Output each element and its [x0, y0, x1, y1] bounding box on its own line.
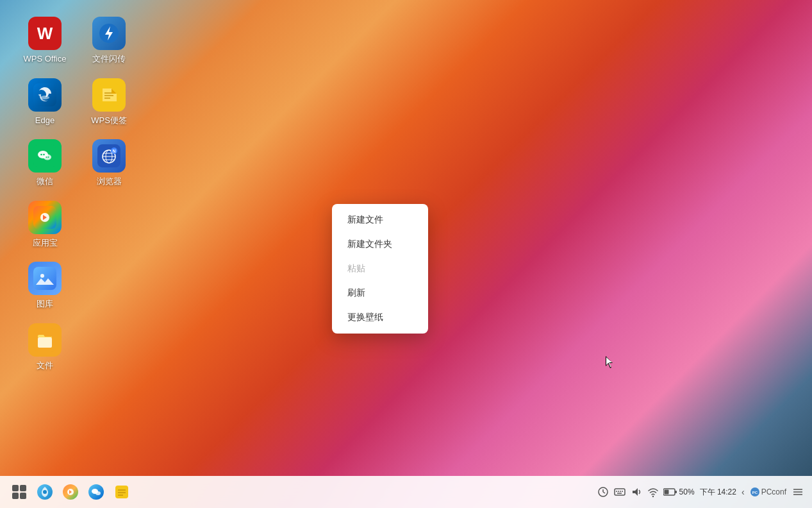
gallery-label: 图库	[37, 299, 53, 309]
taskbar-wifi-icon[interactable]	[647, 486, 659, 498]
context-menu-new-file[interactable]: 新建文件	[332, 208, 428, 232]
svg-point-11	[43, 154, 45, 156]
svg-rect-15	[97, 144, 120, 167]
edge-icon	[28, 78, 62, 112]
battery-icon	[663, 487, 677, 496]
files-icon	[28, 323, 62, 357]
file-flash-icon	[92, 17, 126, 50]
taskbar-menu-icon[interactable]	[791, 486, 804, 498]
taskbar-appstore-svg	[62, 483, 79, 501]
file-flash-label: 文件闪传	[92, 54, 126, 64]
flash-svg	[98, 22, 120, 44]
wps-sticky-label: WPS便签	[91, 115, 127, 126]
taskbar-alarm-icon[interactable]	[597, 486, 609, 498]
brand-label: PCconf	[761, 487, 786, 496]
taskbar-launcher[interactable]	[8, 480, 31, 504]
taskbar-arrow-left[interactable]: ‹	[742, 487, 745, 497]
gallery-svg	[33, 267, 56, 290]
wechat-icon	[28, 139, 62, 173]
taskbar-battery-block[interactable]: 50%	[663, 487, 695, 496]
taskbar-notes[interactable]	[110, 480, 133, 504]
taskbar-volume-icon[interactable]	[630, 486, 643, 498]
wps-office-label: WPS Office	[24, 54, 67, 64]
svg-text:PC: PC	[752, 491, 758, 495]
context-menu-paste[interactable]: 粘贴	[332, 257, 428, 281]
wps-office-icon: W	[28, 17, 62, 50]
icon-row-3: 应用宝	[19, 197, 135, 252]
svg-point-3	[40, 96, 49, 99]
files-label: 文件	[37, 360, 53, 371]
notes-svg	[113, 483, 131, 501]
desktop-icon-gallery[interactable]: 图库	[19, 258, 70, 313]
svg-point-13	[46, 157, 47, 158]
icon-row-0: W WPS Office 文件闪传	[19, 13, 135, 68]
wps-sticky-icon	[92, 78, 126, 112]
svg-line-46	[603, 492, 605, 493]
taskbar-right: 50% 下午 14:22 ‹ PC PCconf	[597, 486, 804, 498]
desktop-icon-edge[interactable]: Edge	[19, 74, 70, 130]
desktop-icon-appstore[interactable]: 应用宝	[19, 197, 70, 252]
svg-rect-55	[664, 490, 668, 495]
desktop-icon-browser[interactable]: N 浏览器	[83, 135, 135, 190]
taskbar-time-block[interactable]: 下午 14:22	[700, 487, 736, 496]
svg-point-34	[43, 490, 47, 494]
svg-rect-25	[33, 267, 56, 290]
desktop-icon-files[interactable]: 文件	[19, 319, 70, 375]
svg-point-26	[40, 274, 44, 278]
svg-rect-32	[20, 493, 26, 499]
desktop-icon-wechat[interactable]: 微信	[19, 135, 70, 190]
wechat-svg	[33, 144, 56, 167]
gallery-icon	[28, 262, 62, 295]
svg-point-53	[652, 496, 653, 497]
icon-row-1: Edge WPS便签	[19, 74, 135, 130]
icon-row-2: 微信 N 浏览器	[19, 135, 135, 190]
appstore-svg	[33, 206, 56, 229]
taskbar-keyboard-icon[interactable]	[613, 486, 626, 498]
launcher-svg	[11, 484, 28, 500]
edge-svg	[33, 83, 56, 106]
taskbar-left	[8, 480, 133, 504]
desktop-icons-container: W WPS Office 文件闪传	[19, 13, 135, 375]
files-svg	[33, 328, 56, 351]
context-menu: 新建文件 新建文件夹 粘贴 刷新 更换壁纸	[332, 204, 428, 334]
taskbar-time: 下午 14:22	[700, 487, 736, 496]
appstore-label: 应用宝	[33, 238, 58, 248]
icon-row-5: 文件	[19, 319, 135, 375]
svg-rect-40	[115, 486, 128, 498]
svg-rect-47	[615, 489, 625, 495]
context-menu-change-wallpaper[interactable]: 更换壁纸	[332, 305, 428, 330]
svg-rect-29	[12, 485, 19, 491]
wechat-label: 微信	[37, 176, 53, 187]
home-svg	[36, 483, 54, 501]
desktop-icon-file-flash[interactable]: 文件闪传	[83, 13, 135, 68]
appstore-icon	[28, 201, 62, 234]
taskbar-home[interactable]	[33, 480, 56, 504]
svg-rect-31	[12, 493, 19, 499]
svg-point-39	[95, 491, 101, 495]
context-menu-refresh[interactable]: 刷新	[332, 281, 428, 305]
taskbar-appstore[interactable]	[59, 480, 82, 504]
taskbar-chat[interactable]	[85, 480, 108, 504]
svg-rect-30	[20, 485, 26, 491]
sticky-svg	[97, 83, 120, 106]
system-tray-icons: 50%	[597, 486, 695, 498]
svg-rect-2	[33, 83, 56, 106]
browser-icon: N	[92, 139, 126, 173]
svg-point-10	[40, 154, 42, 156]
edge-label: Edge	[35, 115, 54, 126]
svg-point-12	[44, 155, 51, 160]
desktop-icon-wps-office[interactable]: W WPS Office	[19, 13, 70, 68]
svg-point-14	[47, 157, 49, 158]
svg-rect-56	[675, 491, 677, 493]
chat-svg	[87, 483, 105, 501]
browser-svg: N	[97, 144, 120, 167]
battery-percent: 50%	[679, 487, 695, 496]
taskbar: 50% 下午 14:22 ‹ PC PCconf	[0, 476, 812, 508]
context-menu-new-folder[interactable]: 新建文件夹	[332, 232, 428, 257]
browser-label: 浏览器	[97, 176, 122, 187]
svg-text:N: N	[112, 149, 115, 153]
icon-row-4: 图库	[19, 258, 135, 313]
desktop-icon-wps-sticky[interactable]: WPS便签	[83, 74, 135, 130]
brand-icon: PC	[750, 487, 760, 497]
taskbar-brand: PC PCconf	[750, 487, 786, 497]
